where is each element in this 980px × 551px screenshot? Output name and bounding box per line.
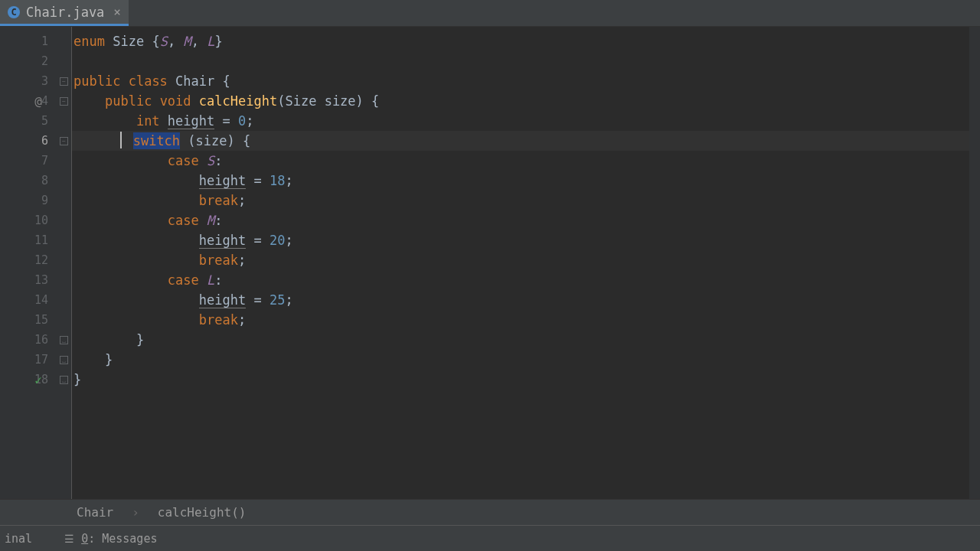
override-icon[interactable]: @ [34, 94, 42, 109]
line-number[interactable]: 5 [0, 111, 71, 131]
line-number[interactable]: 15 [0, 310, 71, 330]
fold-icon[interactable]: − [60, 97, 68, 106]
code-line[interactable]: public void calcHeight(Size size) { [72, 91, 980, 111]
line-number[interactable]: 9 [0, 191, 71, 210]
tool-window-bar: inal ☰ 0: Messages [0, 525, 980, 551]
code-line[interactable]: case L: [72, 270, 980, 290]
terminal-label: inal [5, 532, 32, 546]
terminal-tool-button[interactable]: inal [0, 532, 37, 546]
code-line[interactable]: break; [72, 310, 980, 330]
fold-end-icon[interactable]: ⎵ [60, 356, 68, 364]
code-line[interactable]: height = 18; [72, 171, 980, 191]
line-number[interactable]: 14 [0, 290, 71, 310]
messages-label: : Messages [88, 532, 157, 546]
tab-filename: Chair.java [26, 5, 104, 20]
line-number[interactable]: 8 [0, 171, 71, 191]
messages-tool-button[interactable]: ☰ 0: Messages [60, 532, 162, 546]
code-line[interactable]: case M: [72, 210, 980, 230]
breadcrumb-method[interactable]: calcHeight() [158, 505, 247, 520]
code-area[interactable]: enum Size {S, M, L} public class Chair {… [72, 27, 980, 499]
line-number[interactable]: 3− [0, 71, 71, 91]
code-line[interactable]: } [72, 370, 980, 390]
java-class-icon: C [8, 6, 20, 18]
messages-number: 0 [81, 532, 88, 546]
editor: 1 2 3− 4@− 5 6− 7 8 9 10 11 12 13 14 15 … [0, 27, 980, 499]
line-number[interactable]: 13 [0, 270, 71, 290]
code-line[interactable] [72, 51, 980, 71]
tab-bar: C Chair.java × [0, 0, 980, 27]
line-number[interactable]: 16⎵ [0, 330, 71, 350]
list-icon: ☰ [64, 533, 75, 545]
breadcrumb-class[interactable]: Chair [77, 505, 113, 520]
line-number[interactable]: 10 [0, 210, 71, 230]
chevron-right-icon: › [132, 505, 139, 520]
file-tab[interactable]: C Chair.java × [0, 0, 129, 26]
check-icon: ✓ [34, 373, 42, 387]
code-line[interactable]: case S: [72, 151, 980, 171]
fold-icon[interactable]: − [60, 137, 68, 145]
line-number[interactable]: 1 [0, 31, 71, 51]
code-line[interactable]: break; [72, 191, 980, 210]
text-cursor [120, 132, 122, 148]
code-line[interactable]: break; [72, 250, 980, 270]
code-line[interactable]: height = 25; [72, 290, 980, 310]
line-number[interactable]: 11 [0, 230, 71, 250]
fold-end-icon[interactable]: ⎵ [60, 336, 68, 344]
code-line[interactable]: enum Size {S, M, L} [72, 31, 980, 51]
code-line[interactable]: height = 20; [72, 230, 980, 250]
close-icon[interactable]: × [113, 5, 121, 19]
code-line[interactable]: } [72, 350, 980, 370]
gutter: 1 2 3− 4@− 5 6− 7 8 9 10 11 12 13 14 15 … [0, 27, 72, 499]
line-number[interactable]: 4@− [0, 91, 71, 111]
code-line[interactable]: switch (size) { [72, 131, 980, 151]
line-number[interactable]: 17⎵ [0, 350, 71, 370]
code-line[interactable]: public class Chair { [72, 71, 980, 91]
line-number[interactable]: 7 [0, 151, 71, 171]
editor-right-margin [969, 27, 980, 499]
line-number[interactable]: 18✓⎵ [0, 370, 71, 390]
fold-end-icon[interactable]: ⎵ [60, 376, 68, 384]
breadcrumb: Chair › calcHeight() [0, 499, 980, 525]
line-number[interactable]: 12 [0, 250, 71, 270]
code-line[interactable]: int height = 0; [72, 111, 980, 131]
line-number[interactable]: 2 [0, 51, 71, 71]
fold-icon[interactable]: − [60, 77, 68, 86]
code-line[interactable]: } [72, 330, 980, 350]
line-number[interactable]: 6− [0, 131, 71, 151]
